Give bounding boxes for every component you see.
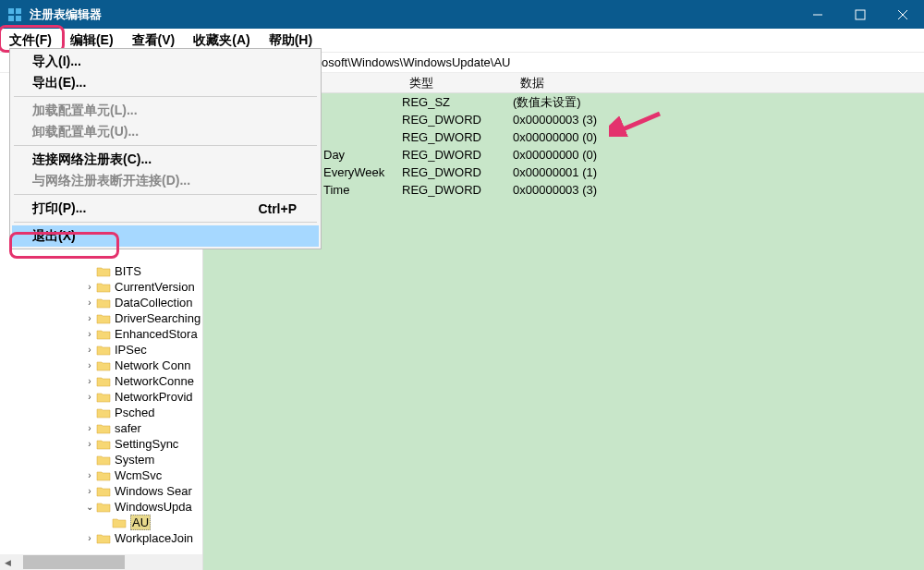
tree-item-label: WorkplaceJoin <box>115 531 193 545</box>
menu-separator <box>14 194 317 195</box>
folder-icon <box>96 501 111 514</box>
tree-expander-icon[interactable]: › <box>83 439 96 449</box>
folder-icon <box>96 375 111 388</box>
tree-item-label: NetworkProvid <box>115 390 193 404</box>
tree-item[interactable]: ›Network Conn <box>0 358 202 373</box>
menu-separator <box>14 222 317 223</box>
titlebar: 注册表编辑器 <box>0 0 924 29</box>
folder-icon <box>96 281 111 294</box>
tree-item[interactable]: ›Windows Sear <box>0 483 202 499</box>
menu-disconnect-network: 与网络注册表断开连接(D)... <box>12 170 319 191</box>
tree-item-label: System <box>115 453 154 467</box>
tree-expander-icon[interactable]: › <box>83 533 96 543</box>
folder-icon <box>96 359 111 372</box>
folder-icon <box>96 328 111 341</box>
col-header-type[interactable]: 类型 <box>402 73 513 92</box>
tree-item-label: Windows Sear <box>115 484 192 498</box>
svg-rect-5 <box>856 10 865 19</box>
menu-print-shortcut: Ctrl+P <box>258 201 297 216</box>
svg-rect-2 <box>8 16 14 21</box>
close-button[interactable] <box>881 0 924 29</box>
folder-icon <box>112 516 127 529</box>
tree-item[interactable]: ›NetworkProvid <box>0 389 202 405</box>
scroll-left-icon[interactable]: ◀ <box>0 554 16 570</box>
tree-item-label: WcmSvc <box>115 468 162 482</box>
value-cell-type: REG_DWORD <box>402 113 513 127</box>
horizontal-scrollbar[interactable]: ◀ <box>0 554 202 570</box>
svg-rect-0 <box>8 8 14 14</box>
svg-line-8 <box>616 114 660 132</box>
menu-import[interactable]: 导入(I)... <box>12 51 319 72</box>
tree-item[interactable]: System <box>0 452 202 467</box>
tree-item-label: SettingSync <box>115 437 178 451</box>
maximize-button[interactable] <box>839 0 881 29</box>
folder-icon <box>96 344 111 357</box>
tree-expander-icon[interactable]: › <box>83 376 96 386</box>
tree-expander-icon[interactable]: › <box>83 360 96 370</box>
folder-icon <box>96 297 111 309</box>
value-cell-data: 0x00000003 (3) <box>513 183 924 197</box>
value-cell-type: REG_DWORD <box>402 148 513 162</box>
folder-icon <box>96 485 111 498</box>
folder-icon <box>96 265 111 278</box>
tree-item[interactable]: ⌄WindowsUpda <box>0 499 202 515</box>
value-cell-data: 0x00000000 (0) <box>513 148 924 162</box>
menu-connect-network[interactable]: 连接网络注册表(C)... <box>12 149 319 170</box>
value-cell-data: (数值未设置) <box>513 94 924 111</box>
tree-item[interactable]: Psched <box>0 405 202 420</box>
tree-item[interactable]: ›DriverSearching <box>0 310 202 326</box>
tree-item-label: NetworkConne <box>115 374 194 388</box>
svg-rect-3 <box>16 16 21 21</box>
menu-separator <box>14 145 317 146</box>
svg-rect-1 <box>16 8 21 14</box>
tree-expander-icon[interactable]: › <box>83 329 96 339</box>
tree-expander-icon[interactable]: › <box>83 313 96 323</box>
tree-item[interactable]: ›SettingSync <box>0 436 202 452</box>
value-cell-data: 0x00000003 (3) <box>513 113 924 127</box>
value-cell-data: 0x00000000 (0) <box>513 130 924 144</box>
tree-expander-icon[interactable]: › <box>83 423 96 433</box>
tree-item[interactable]: ›safer <box>0 420 202 436</box>
tree-item[interactable]: ›DataCollection <box>0 295 202 310</box>
tree-item-label: BITS <box>115 264 141 278</box>
tree-item-label: AU <box>132 515 149 529</box>
tree-expander-icon[interactable]: › <box>83 392 96 402</box>
folder-icon <box>96 422 111 435</box>
folder-icon <box>96 391 111 404</box>
tree-item-label: Psched <box>115 406 154 419</box>
window-title: 注册表编辑器 <box>30 6 102 23</box>
tree-item[interactable]: ›WcmSvc <box>0 467 202 483</box>
annotation-exit-highlight <box>9 232 119 259</box>
menu-print[interactable]: 打印(P)... Ctrl+P <box>12 198 319 219</box>
folder-icon <box>96 406 111 419</box>
tree-item[interactable]: ›WorkplaceJoin <box>0 530 202 546</box>
value-cell-type: REG_DWORD <box>402 165 513 179</box>
tree-item[interactable]: BITS <box>0 263 202 279</box>
tree-expander-icon[interactable]: ⌄ <box>83 502 96 512</box>
tree-item[interactable]: ›EnhancedStora <box>0 326 202 342</box>
folder-icon <box>96 454 111 467</box>
scrollbar-thumb[interactable] <box>23 555 125 569</box>
tree-item[interactable]: ›CurrentVersion <box>0 279 202 295</box>
tree-expander-icon[interactable]: › <box>83 486 96 496</box>
tree-expander-icon[interactable]: › <box>83 282 96 292</box>
folder-icon <box>96 532 111 545</box>
tree-expander-icon[interactable]: › <box>83 470 96 480</box>
value-cell-type: REG_SZ <box>402 95 513 109</box>
folder-icon <box>96 438 111 451</box>
tree-expander-icon[interactable]: › <box>83 297 96 308</box>
tree-item[interactable]: AU <box>0 515 202 530</box>
menu-export[interactable]: 导出(E)... <box>12 72 319 93</box>
value-cell-type: REG_DWORD <box>402 130 513 144</box>
tree-item-label: Network Conn <box>115 358 190 372</box>
tree-expander-icon[interactable]: › <box>83 345 96 355</box>
tree-item-label: DataCollection <box>115 296 193 309</box>
tree-item-label: safer <box>115 421 141 435</box>
menu-load-hive: 加载配置单元(L)... <box>12 100 319 121</box>
col-header-data[interactable]: 数据 <box>513 73 924 92</box>
menu-unload-hive: 卸载配置单元(U)... <box>12 121 319 142</box>
minimize-button[interactable] <box>796 0 839 29</box>
file-dropdown: 导入(I)... 导出(E)... 加载配置单元(L)... 卸载配置单元(U)… <box>9 48 322 249</box>
tree-item[interactable]: ›IPSec <box>0 342 202 358</box>
tree-item[interactable]: ›NetworkConne <box>0 373 202 389</box>
